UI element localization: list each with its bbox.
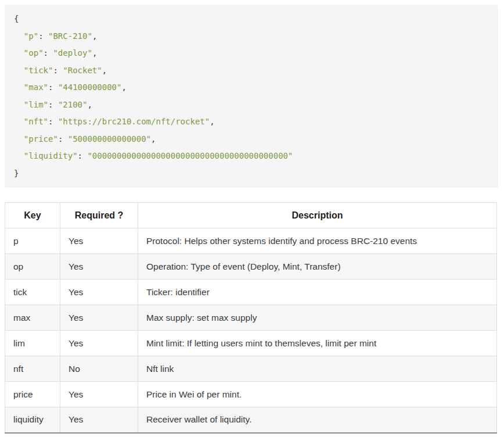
key-cell: op [5, 254, 60, 280]
json-close-brace: } [14, 169, 19, 178]
json-colon: : [78, 151, 88, 160]
required-cell: Yes [60, 382, 138, 407]
json-key: "tick" [24, 66, 53, 75]
table-row-nft: nftNoNft link [5, 356, 497, 382]
required-cell: Yes [60, 331, 138, 356]
json-value: "deploy" [53, 48, 92, 58]
required-cell: Yes [60, 228, 138, 254]
key-cell: liquidity [5, 407, 60, 433]
description-cell: Operation: Type of event (Deploy, Mint, … [138, 254, 497, 280]
json-key: "nft" [24, 117, 48, 126]
json-comma: , [210, 117, 214, 126]
description-cell: Ticker: identifier [138, 280, 497, 305]
description-cell: Protocol: Helps other systems identify a… [138, 228, 497, 254]
json-key: "max" [24, 83, 48, 92]
header-cell-required: Required ? [60, 203, 138, 228]
json-key: "op" [24, 48, 44, 58]
key-cell: nft [5, 356, 60, 382]
json-line-op: "op": "deploy", [14, 48, 97, 58]
table-row-p: pYesProtocol: Helps other systems identi… [5, 228, 497, 254]
table-row-price: priceYesPrice in Wei of per mint. [5, 382, 497, 407]
json-line-p: "p": "BRC-210", [14, 31, 97, 41]
json-value: "https://brc210.com/nft/rocket" [58, 117, 210, 126]
required-cell: No [60, 356, 138, 382]
description-cell: Max supply: set max supply [138, 305, 497, 331]
json-colon: : [38, 31, 48, 41]
required-cell: Yes [60, 254, 138, 280]
required-cell: Yes [60, 305, 138, 331]
json-key: "lim" [24, 100, 48, 109]
key-cell: lim [5, 331, 60, 356]
json-open-brace: { [14, 14, 19, 23]
json-comma: , [92, 31, 97, 41]
header-cell-description: Description [138, 203, 497, 228]
header-cell-key: Key [5, 203, 60, 228]
json-value: "000000000000000000000000000000000000000… [87, 151, 293, 160]
json-comma: , [121, 83, 126, 92]
json-value: "500000000000000" [68, 134, 151, 144]
fields-table-head: Key Required ? Description [5, 203, 497, 228]
json-code-block: { "p": "BRC-210", "op": "deploy", "tick"… [5, 5, 498, 188]
table-row-op: opYesOperation: Type of event (Deploy, M… [5, 254, 497, 280]
json-line-lim: "lim": "2100", [14, 100, 92, 109]
json-line-tick: "tick": "Rocket", [14, 66, 107, 75]
description-cell: Price in Wei of per mint. [138, 382, 497, 407]
json-line-nft: "nft": "https://brc210.com/nft/rocket", [14, 117, 215, 126]
json-value: "44100000000" [58, 83, 122, 92]
json-key: "price" [24, 134, 58, 144]
json-key: "p" [24, 31, 38, 41]
table-row-tick: tickYesTicker: identifier [5, 280, 497, 305]
description-cell: Nft link [138, 356, 497, 382]
key-cell: price [5, 382, 60, 407]
json-colon: : [53, 66, 63, 75]
key-cell: p [5, 228, 60, 254]
table-row-max: maxYesMax supply: set max supply [5, 305, 497, 331]
json-comma: , [92, 48, 97, 58]
json-comma: , [151, 134, 156, 144]
json-line-price: "price": "500000000000000", [14, 134, 156, 144]
fields-table-body: pYesProtocol: Helps other systems identi… [5, 228, 497, 433]
json-colon: : [58, 134, 68, 144]
table-row-liquidity: liquidityYesReceiver wallet of liquidity… [5, 407, 497, 433]
required-cell: Yes [60, 280, 138, 305]
description-cell: Receiver wallet of liquidity. [138, 407, 497, 433]
table-row-lim: limYesMint limit: If letting users mint … [5, 331, 497, 356]
fields-table: Key Required ? Description pYesProtocol:… [5, 202, 497, 434]
json-line-max: "max": "44100000000", [14, 83, 127, 92]
json-value: "2100" [58, 100, 88, 109]
json-colon: : [48, 100, 58, 109]
required-cell: Yes [60, 407, 138, 433]
json-value: "BRC-210" [48, 31, 92, 41]
key-cell: max [5, 305, 60, 331]
json-key: "liquidity" [24, 151, 78, 160]
json-line-liquidity: "liquidity": "00000000000000000000000000… [14, 151, 293, 160]
json-colon: : [48, 117, 58, 126]
json-value: "Rocket" [63, 66, 102, 75]
key-cell: tick [5, 280, 60, 305]
json-comma: , [87, 100, 92, 109]
docs-page: { "p": "BRC-210", "op": "deploy", "tick"… [0, 0, 504, 437]
json-colon: : [48, 83, 58, 92]
description-cell: Mint limit: If letting users mint to the… [138, 331, 497, 356]
header-row: Key Required ? Description [5, 203, 497, 228]
json-comma: , [102, 66, 107, 75]
json-colon: : [44, 48, 53, 58]
json-code-lines: "p": "BRC-210", "op": "deploy", "tick": … [14, 31, 293, 161]
